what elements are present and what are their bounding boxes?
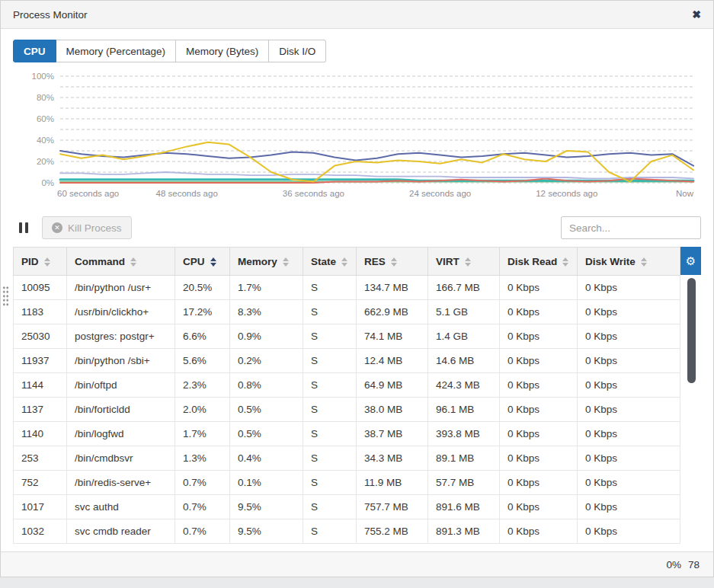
- cell-res: 12.4 MB: [357, 349, 428, 373]
- table-row[interactable]: 11937/bin/python /sbi+5.6%0.2%S12.4 MB14…: [14, 349, 680, 373]
- svg-text:Now: Now: [676, 189, 694, 198]
- svg-text:60 seconds ago: 60 seconds ago: [57, 189, 119, 198]
- table-row[interactable]: 1183/usr/bin/clickho+17.2%8.3%S662.9 MB5…: [14, 300, 680, 324]
- cell-disk-write: 0 Kbps: [578, 373, 680, 398]
- cell-cpu: 20.5%: [175, 276, 230, 300]
- sort-icon: [210, 257, 216, 267]
- cell-disk-read: 0 Kbps: [500, 519, 578, 544]
- cell-memory: 0.8%: [230, 373, 303, 398]
- status-bar: 0% 78: [1, 551, 713, 577]
- cell-pid: 1032: [14, 519, 67, 544]
- table-row[interactable]: 1144/bin/oftpd2.3%0.8%S64.9 MB424.3 MB0 …: [14, 373, 680, 398]
- cell-disk-read: 0 Kbps: [500, 373, 578, 398]
- cell-disk-read: 0 Kbps: [500, 422, 578, 446]
- sort-icon: [562, 257, 568, 267]
- cell-state: S: [303, 446, 357, 471]
- cell-cpu: 1.3%: [175, 446, 230, 471]
- close-icon[interactable]: ✖: [692, 9, 701, 20]
- cpu-usage-chart: 0%20%40%60%80%100%60 seconds ago48 secon…: [13, 70, 701, 207]
- cell-command: /bin/python /sbi+: [67, 349, 175, 373]
- cell-memory: 0.1%: [230, 471, 303, 495]
- column-label: Command: [75, 256, 125, 267]
- pause-icon: [19, 222, 22, 233]
- table-row[interactable]: 1017svc authd0.7%9.5%S757.7 MB891.6 MB0 …: [14, 495, 680, 519]
- svg-text:0%: 0%: [41, 178, 54, 187]
- cell-memory: 9.5%: [230, 495, 303, 519]
- cell-cpu: 0.7%: [175, 519, 230, 544]
- cell-disk-read: 0 Kbps: [500, 495, 578, 519]
- cell-virt: 96.1 MB: [428, 398, 500, 422]
- table-row[interactable]: 752/bin/redis-serve+0.7%0.1%S11.9 MB57.7…: [14, 471, 680, 495]
- kill-icon: ✕: [52, 222, 62, 233]
- cell-command: postgres: postgr+: [67, 324, 175, 349]
- cell-state: S: [303, 495, 357, 519]
- resize-grip[interactable]: [2, 286, 9, 307]
- cell-disk-write: 0 Kbps: [578, 446, 680, 471]
- column-header-virt[interactable]: VIRT: [428, 248, 500, 276]
- gear-button[interactable]: ⚙: [680, 247, 701, 275]
- cell-pid: 1183: [14, 300, 67, 324]
- table-header-row: PIDCommandCPUMemoryStateRESVIRTDisk Read…: [14, 248, 680, 276]
- column-header-cpu[interactable]: CPU: [175, 248, 230, 276]
- cell-command: /bin/oftpd: [67, 373, 175, 398]
- cell-res: 64.9 MB: [357, 373, 428, 398]
- cell-virt: 424.3 MB: [428, 373, 500, 398]
- window-title: Process Monitor: [13, 9, 88, 21]
- column-header-disk-read[interactable]: Disk Read: [500, 248, 578, 276]
- cell-pid: 1137: [14, 398, 67, 422]
- column-label: PID: [21, 256, 39, 267]
- search-input[interactable]: [561, 216, 701, 239]
- cell-disk-write: 0 Kbps: [578, 519, 680, 544]
- cell-memory: 0.2%: [230, 349, 303, 373]
- cell-virt: 57.7 MB: [428, 471, 500, 495]
- column-header-memory[interactable]: Memory: [230, 248, 303, 276]
- process-table-grid: PIDCommandCPUMemoryStateRESVIRTDisk Read…: [13, 247, 680, 544]
- table-row[interactable]: 10095/bin/python /usr+20.5%1.7%S134.7 MB…: [14, 276, 680, 300]
- column-header-res[interactable]: RES: [357, 248, 428, 276]
- cell-pid: 1017: [14, 495, 67, 519]
- kill-process-button[interactable]: ✕ Kill Process: [42, 216, 132, 239]
- cell-virt: 5.1 GB: [428, 300, 500, 324]
- cell-disk-write: 0 Kbps: [578, 276, 680, 300]
- table-row[interactable]: 1032svc cmdb reader0.7%9.5%S755.2 MB891.…: [14, 519, 680, 544]
- column-header-state[interactable]: State: [303, 248, 357, 276]
- cell-disk-read: 0 Kbps: [500, 276, 578, 300]
- column-header-pid[interactable]: PID: [14, 248, 67, 276]
- table-row[interactable]: 253/bin/cmdbsvr1.3%0.4%S34.3 MB89.1 MB0 …: [14, 446, 680, 471]
- pause-icon: [25, 222, 28, 233]
- cell-res: 38.7 MB: [357, 422, 428, 446]
- svg-text:36 seconds ago: 36 seconds ago: [283, 189, 344, 198]
- table-row[interactable]: 1137/bin/forticldd2.0%0.5%S38.0 MB96.1 M…: [14, 398, 680, 422]
- cell-pid: 1144: [14, 373, 67, 398]
- cell-res: 134.7 MB: [357, 276, 428, 300]
- cell-pid: 11937: [14, 349, 67, 373]
- cell-res: 38.0 MB: [357, 398, 428, 422]
- cell-disk-read: 0 Kbps: [500, 300, 578, 324]
- scrollbar-thumb[interactable]: [687, 278, 696, 383]
- toolbar: ✕ Kill Process: [13, 216, 701, 239]
- cell-memory: 1.7%: [230, 276, 303, 300]
- cell-disk-write: 0 Kbps: [578, 349, 680, 373]
- cell-cpu: 2.0%: [175, 398, 230, 422]
- table-scrollbar[interactable]: [687, 278, 696, 544]
- tab-memory-percentage[interactable]: Memory (Percentage): [56, 40, 177, 62]
- tab-cpu[interactable]: CPU: [13, 40, 56, 62]
- svg-text:100%: 100%: [32, 72, 54, 81]
- cell-command: /bin/forticldd: [67, 398, 175, 422]
- cell-disk-write: 0 Kbps: [578, 398, 680, 422]
- cell-disk-write: 0 Kbps: [578, 324, 680, 349]
- svg-text:40%: 40%: [37, 136, 54, 145]
- cpu-chart-svg: 0%20%40%60%80%100%60 seconds ago48 secon…: [13, 70, 703, 207]
- tab-memory-bytes[interactable]: Memory (Bytes): [176, 40, 269, 62]
- column-header-command[interactable]: Command: [67, 248, 175, 276]
- column-header-disk-write[interactable]: Disk Write: [578, 248, 680, 276]
- cell-command: svc cmdb reader: [67, 519, 175, 544]
- table-row[interactable]: 25030postgres: postgr+6.6%0.9%S74.1 MB1.…: [14, 324, 680, 349]
- cell-cpu: 5.6%: [175, 349, 230, 373]
- table-row[interactable]: 1140/bin/logfwd1.7%0.5%S38.7 MB393.8 MB0…: [14, 422, 680, 446]
- cell-cpu: 6.6%: [175, 324, 230, 349]
- cell-state: S: [303, 471, 357, 495]
- cell-state: S: [303, 300, 357, 324]
- tab-disk-i-o[interactable]: Disk I/O: [269, 40, 326, 62]
- pause-button[interactable]: [13, 218, 34, 238]
